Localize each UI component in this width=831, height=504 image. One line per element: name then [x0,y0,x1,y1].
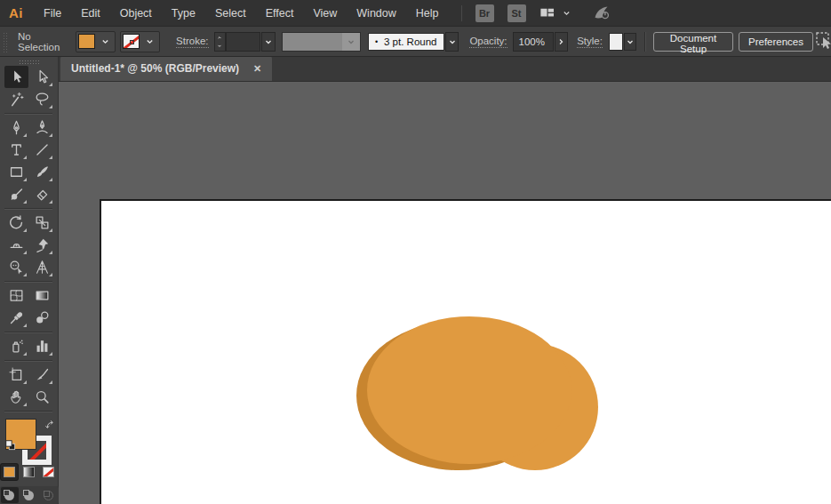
menu-bar: Ai FileEditObjectTypeSelectEffectViewWin… [0,0,831,27]
blend-tool[interactable] [30,307,54,329]
menu-item-effect[interactable]: Effect [256,0,304,27]
blend-icon [34,309,51,326]
stroke-weight-dropdown[interactable] [261,32,276,52]
fill-color-control[interactable] [76,31,116,52]
cc-sync-icon[interactable] [592,4,611,22]
pen-tool[interactable] [4,116,28,139]
symbol-sprayer-tool[interactable] [4,335,28,357]
menu-item-help[interactable]: Help [406,0,449,27]
style-label[interactable]: Style: [577,36,603,48]
workspace-chevron-down-icon[interactable] [561,7,572,19]
style-swatch[interactable] [609,33,623,51]
magic-wand-tool[interactable] [4,88,28,110]
selection-status: No Selection [18,31,68,52]
selection-tool[interactable] [4,66,28,88]
gradient-mode-button[interactable] [20,464,37,480]
tab-close-icon[interactable]: ✕ [253,63,261,75]
bridge-button[interactable]: Br [475,4,494,22]
opacity-panel-arrow[interactable] [555,32,569,52]
zoom-tool[interactable] [30,386,54,408]
shape-builder-tool[interactable] [4,256,28,278]
direct-selection-tool[interactable] [30,66,54,88]
curvature-tool[interactable] [30,116,54,139]
menu-item-edit[interactable]: Edit [71,0,110,27]
profile-chevron-down-icon [342,33,360,51]
document-tab[interactable]: Untitled-1* @ 50% (RGB/Preview) ✕ [60,56,272,81]
stock-button[interactable]: St [507,4,526,22]
width-tool[interactable] [4,234,28,256]
artboard-tool[interactable] [4,364,28,386]
menu-item-object[interactable]: Object [110,0,162,27]
eyedropper-tool[interactable] [4,307,28,329]
lasso-tool[interactable] [30,88,54,110]
perspective-grid-tool[interactable] [30,256,54,278]
stroke-label[interactable]: Stroke: [176,36,208,48]
tools-panel-grip[interactable] [20,60,39,64]
direct-selection-icon [34,68,51,85]
control-bar-grip[interactable] [4,31,7,52]
illustrator-window: Ai FileEditObjectTypeSelectEffectViewWin… [0,0,831,504]
scale-tool[interactable] [30,212,54,234]
default-fill-stroke-icon[interactable] [4,439,17,455]
selection-options-icon[interactable] [813,29,831,54]
ellipse-main[interactable] [367,316,571,464]
opacity-label[interactable]: Opacity: [469,36,507,48]
toolbar-separator [4,360,52,361]
none-swatch-icon [43,467,54,477]
type-tool[interactable] [4,139,28,161]
fill-swatch[interactable] [78,34,95,49]
document-setup-button[interactable]: Document Setup [653,32,733,52]
mesh-tool[interactable] [4,284,28,307]
slice-icon [34,366,51,383]
stroke-chevron-down-icon[interactable] [142,33,157,50]
menu-items: FileEditObjectTypeSelectEffectViewWindow… [34,0,449,27]
brush-definition-field[interactable]: • 3 pt. Round [368,33,444,51]
color-mode-button[interactable] [1,464,18,480]
none-mode-button[interactable] [40,464,57,480]
menu-item-view[interactable]: View [303,0,347,27]
eraser-icon [34,186,51,203]
tool-row [4,307,54,329]
main-area: Untitled-1* @ 50% (RGB/Preview) ✕ [0,57,831,504]
eraser-tool[interactable] [30,183,54,205]
brush-preview-dot: • [375,37,378,46]
draw-normal-button[interactable] [1,487,19,503]
style-dropdown[interactable] [624,33,636,51]
toolbar-separator [4,208,52,209]
menu-item-window[interactable]: Window [347,0,405,27]
slice-tool[interactable] [30,364,54,386]
preferences-button[interactable]: Preferences [739,32,813,52]
workspace-switcher-icon[interactable] [539,4,555,21]
canvas-pasteboard[interactable] [59,82,831,504]
shaper-tool[interactable] [4,183,28,205]
stroke-weight-field[interactable] [226,32,260,52]
tool-row [4,183,54,205]
opacity-field[interactable]: 100% [513,32,554,52]
stroke-weight-stepper[interactable] [214,32,226,52]
document-tab-title: Untitled-1* @ 50% (RGB/Preview) [71,62,239,75]
toolbar-separator [4,113,52,114]
draw-behind-button[interactable] [20,487,38,503]
menu-item-select[interactable]: Select [205,0,256,27]
hand-icon [8,388,25,405]
draw-normal-icon [4,491,14,500]
swap-fill-stroke-icon[interactable] [44,419,56,435]
fill-chevron-down-icon[interactable] [98,33,113,50]
column-graph-tool[interactable] [30,335,54,357]
line-segment-tool[interactable] [30,139,54,161]
puppet-warp-tool[interactable] [30,234,54,256]
stepper-down-icon[interactable] [215,43,224,49]
stroke-swatch[interactable] [123,34,140,49]
stepper-up-icon[interactable] [215,35,224,41]
hand-tool[interactable] [4,386,28,408]
menu-item-file[interactable]: File [34,0,71,27]
symbol-sprayer-icon [8,338,25,355]
gradient-tool[interactable] [30,284,54,307]
stroke-color-control[interactable] [120,31,160,52]
brush-definition-dropdown[interactable] [445,32,459,52]
rotate-tool[interactable] [4,212,28,234]
menu-item-type[interactable]: Type [162,0,205,27]
shape-builder-icon [8,259,25,276]
rectangle-tool[interactable] [4,161,28,183]
paintbrush-tool[interactable] [30,161,54,183]
